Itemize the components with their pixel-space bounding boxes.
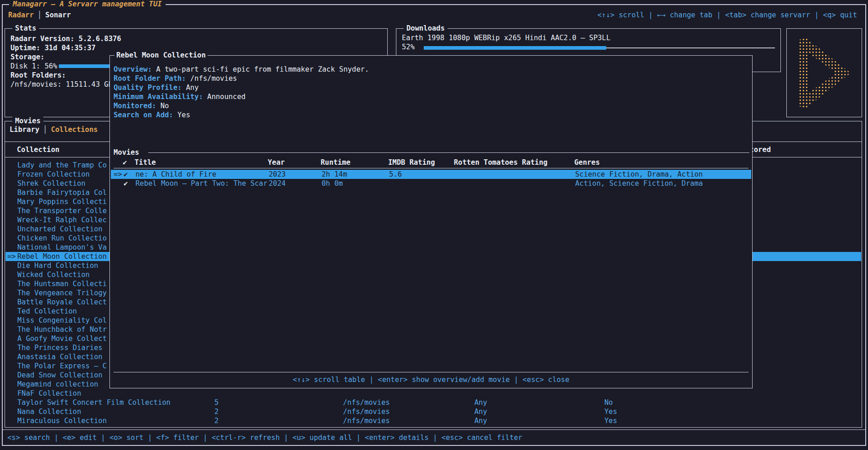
- movie-genres: Science Fiction, Drama, Action: [575, 170, 703, 179]
- collection-field: Search on Add: Yes: [114, 110, 748, 120]
- field-label: Root Folder Path:: [114, 74, 186, 83]
- gauge-fill: [424, 46, 606, 50]
- rotten-tomatoes-column-header: Rotten Tomatoes Rating: [454, 158, 547, 167]
- managarr-app: Managarr — A Servarr management TUI Rada…: [0, 0, 868, 450]
- movie-row[interactable]: ✔ Rebel Moon – Part Two: The Scar 2024 0…: [111, 179, 751, 188]
- tab-collections[interactable]: Collections: [51, 126, 98, 134]
- movies-table-rows: => ✔ ne: A Child of Fire 2023 2h 14m 5.6…: [111, 170, 751, 188]
- download-progress-gauge: [424, 43, 775, 52]
- collection-name: The Princess Diaries: [17, 343, 103, 352]
- collection-name: A Goofy Movie Collect: [17, 334, 107, 343]
- collection-name: Barbie Fairytopia Col: [17, 188, 107, 197]
- field-value: Announced: [207, 93, 245, 101]
- collection-name: The Vengeance Trilogy: [17, 288, 107, 298]
- collection-name: Dead Snow Collection: [17, 371, 103, 380]
- collection-movie-count: 2: [214, 407, 218, 416]
- selection-marker: =>: [114, 170, 122, 179]
- modal-help-divider: [114, 372, 748, 372]
- collection-row[interactable]: FNaF Collection: [5, 389, 861, 398]
- field-label: Overview:: [114, 65, 152, 73]
- collection-fields: Overview: A two-part sci-fi epic from fi…: [114, 65, 748, 120]
- field-value: Yes: [177, 111, 190, 119]
- movie-title: Rebel Moon – Part Two: The Scar: [135, 179, 267, 188]
- collection-name: Ted Collection: [17, 307, 77, 316]
- app-title: Managarr — A Servarr management TUI: [9, 0, 166, 9]
- collection-movie-count: 5: [214, 398, 218, 407]
- collection-root-folder: /nfs/movies: [343, 407, 390, 416]
- collection-row[interactable]: Taylor Swift Concert Film Collection 5 /…: [5, 398, 861, 407]
- movie-row[interactable]: => ✔ ne: A Child of Fire 2023 2h 14m 5.6…: [111, 170, 751, 179]
- collection-quality-profile: Any: [474, 416, 487, 425]
- modal-title: Rebel Moon Collection: [114, 51, 208, 60]
- collection-name: The Transporter Colle: [17, 206, 107, 215]
- collection-name: Lady and the Tramp Co: [17, 161, 107, 170]
- check-column-header: ✔: [123, 158, 127, 167]
- table-keybindings-help: <s> search | <e> edit | <o> sort | <f> f…: [7, 433, 522, 442]
- collection-name: Frozen Collection: [17, 170, 90, 179]
- selection-marker: =>: [7, 252, 16, 261]
- collection-name: Taylor Swift Concert Film Collection: [17, 398, 171, 407]
- field-label: Minimum Availability:: [114, 93, 203, 101]
- download-item-title: Earth 1998 1080p WEBRip x265 Hindi AAC2.…: [402, 33, 775, 42]
- movie-year: 2024: [269, 179, 286, 188]
- movies-panel-title: Movies: [12, 116, 43, 126]
- collection-quality-profile: Any: [474, 407, 487, 416]
- collection-name: Uncharted Collection: [17, 225, 103, 234]
- collection-name: Shrek Collection: [17, 179, 85, 188]
- field-value: /nfs/movies: [190, 74, 237, 83]
- collection-name: FNaF Collection: [17, 389, 81, 398]
- field-value: Any: [186, 84, 199, 92]
- collection-column-header: Collection: [17, 145, 59, 154]
- global-keybindings-help: <↑↓> scroll | ←→ change tab | <tab> chan…: [598, 10, 857, 20]
- collection-field: Root Folder Path: /nfs/movies: [114, 74, 748, 83]
- collection-name: Miraculous Collection: [17, 416, 107, 425]
- movie-runtime: 2h 14m: [322, 170, 347, 179]
- collection-quality-profile: Any: [474, 398, 487, 407]
- monitored-check-icon: ✔: [124, 170, 128, 179]
- collection-name: The Huntsman Collecti: [17, 279, 107, 288]
- servarr-tabbar: Radarr│Sonarr: [8, 10, 71, 20]
- tab-library[interactable]: Library: [10, 126, 39, 134]
- imdb-column-header: IMDB Rating: [388, 158, 435, 167]
- collection-movie-count: 2: [214, 416, 218, 425]
- collection-field: Monitored: No: [114, 101, 748, 110]
- movies-table-header: ✔ Title Year Runtime IMDB Rating Rotten …: [110, 158, 752, 167]
- collection-field: Minimum Availability: Announced: [114, 92, 748, 101]
- collection-monitored: Yes: [604, 416, 617, 425]
- collection-field: Quality Profile: Any: [114, 83, 748, 92]
- collection-monitored: No: [604, 398, 613, 407]
- tab-separator: │: [43, 126, 47, 134]
- movie-title: ne: A Child of Fire: [135, 170, 216, 179]
- stats-panel-title: Stats: [12, 24, 39, 33]
- collection-row[interactable]: Miraculous Collection 2 /nfs/movies Any …: [5, 416, 861, 425]
- collection-name: Battle Royale Collect: [17, 298, 107, 307]
- movies-table-header-divider: [114, 168, 748, 168]
- field-value: A two-part sci-fi epic from filmmaker Za…: [156, 65, 369, 73]
- movie-year: 2023: [269, 170, 286, 179]
- tab-sonarr[interactable]: Sonarr: [45, 11, 71, 19]
- title-column-header: Title: [135, 158, 156, 167]
- bottom-helpbar: <s> search | <e> edit | <o> sort | <f> f…: [3, 429, 865, 446]
- managarr-play-logo-icon: [799, 38, 851, 108]
- collection-name: The Polar Express – C: [17, 361, 107, 371]
- collection-field: Overview: A two-part sci-fi epic from fi…: [114, 65, 748, 74]
- collection-root-folder: /nfs/movies: [343, 398, 390, 407]
- logo-panel: [786, 28, 862, 117]
- movies-tabbar: Library│Collections: [10, 125, 98, 134]
- collection-row[interactable]: Nana Collection 2 /nfs/movies Any Yes: [5, 407, 861, 416]
- collection-name: Rebel Moon Collection: [17, 252, 107, 261]
- collection-name: Miss Congeniality Col: [17, 316, 107, 325]
- movie-imdb-rating: 5.6: [389, 170, 402, 179]
- collection-name: Mary Poppins Collecti: [17, 197, 107, 206]
- tab-radarr[interactable]: Radarr: [8, 11, 34, 19]
- field-label: Quality Profile:: [114, 84, 182, 92]
- monitored-check-icon: ✔: [124, 179, 128, 188]
- field-label: Monitored:: [114, 102, 156, 110]
- collection-name: National Lampoon's Va: [17, 243, 107, 252]
- collection-name: Megamind collection: [17, 380, 98, 389]
- collection-name: Die Hard Collection: [17, 261, 98, 270]
- tab-separator: │: [37, 11, 42, 19]
- radarr-version-line: Radarr Version: 5.2.6.8376: [10, 34, 382, 43]
- collection-name: Anastasia Collection: [17, 352, 103, 361]
- field-value: No: [161, 102, 169, 110]
